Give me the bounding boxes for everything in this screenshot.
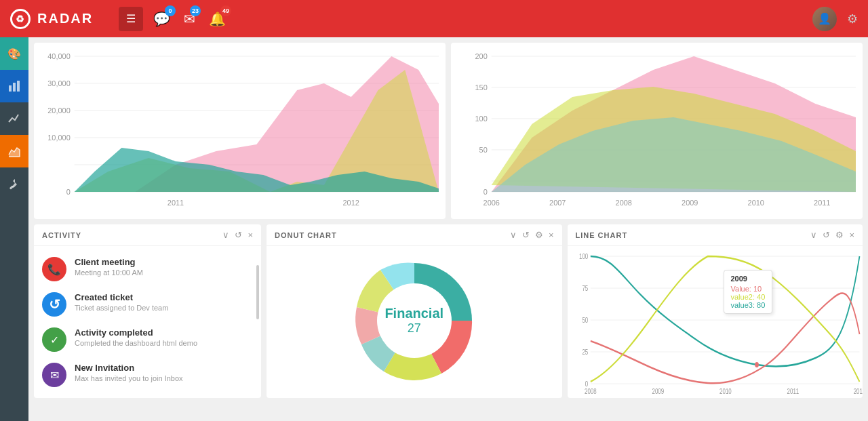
activity-item-title: Client meeting [75,257,143,267]
activity-collapse-icon[interactable]: ∨ [222,230,229,240]
tooltip-value2: value2: 40 [731,293,766,301]
logo: ♻ RADAR [10,9,119,29]
svg-text:2011: 2011 [167,199,184,207]
tooltip-value1: Value: 10 [731,285,766,293]
activity-widget-header: ACTIVITY ∨ ↺ × [34,224,261,246]
header: ♻ RADAR ☰ 💬 0 ✉ 23 🔔 49 👤 ⚙ [0,0,868,37]
activity-text: Created ticket Ticket assigned to Dev te… [75,292,168,312]
svg-text:0: 0 [484,188,488,196]
email-icon-button[interactable]: ✉ 23 [184,11,195,27]
chat-badge: 0 [165,5,176,16]
svg-rect-0 [9,85,12,92]
line-chart-collapse-icon[interactable]: ∨ [810,230,817,240]
list-item: ↺ Created ticket Ticket assigned to Dev … [34,287,261,322]
svg-text:2006: 2006 [484,199,500,207]
donut-controls: ∨ ↺ ⚙ × [510,230,554,240]
svg-text:2011: 2011 [787,387,799,396]
donut-center-label: Financial [384,306,443,321]
activity-list: 📞 Client meeting Meeting at 10:00 AM ↺ C… [34,246,261,398]
main-content: 40,000 30,000 20,000 10,000 0 2011 2012 [28,37,868,421]
activity-close-icon[interactable]: × [248,230,253,240]
donut-collapse-icon[interactable]: ∨ [510,230,517,240]
sidebar-item-tools[interactable] [0,167,28,200]
svg-text:150: 150 [475,83,488,92]
area-chart-right: 200 150 100 50 0 2006 2007 2008 2009 201… [451,43,863,219]
svg-text:2010: 2010 [748,199,764,207]
area-chart-left: 40,000 30,000 20,000 10,000 0 2011 2012 [34,43,446,219]
scrollbar[interactable] [256,265,259,319]
chat-icon-button[interactable]: 💬 0 [153,11,170,27]
settings-icon[interactable]: ⚙ [847,12,858,26]
svg-text:30,000: 30,000 [47,79,70,87]
line-chart-close-icon[interactable]: × [849,230,854,240]
list-item: 📞 Client meeting Meeting at 10:00 AM [34,252,261,287]
activity-icon-check: ✓ [42,327,66,352]
line-chart-svg-container: 100 75 50 25 0 2008 2009 20 [568,246,863,395]
line-chart-controls: ∨ ↺ ⚙ × [810,230,854,240]
sidebar-item-palette[interactable]: 🎨 [0,37,28,70]
donut-widget-header: DONUT CHART ∨ ↺ ⚙ × [267,224,562,246]
email-badge: 23 [190,5,201,16]
svg-text:2009: 2009 [682,199,698,207]
line-chart-header: LINE CHART ∨ ↺ ⚙ × [568,224,863,246]
donut-settings-icon[interactable]: ⚙ [535,230,543,240]
line-chart-settings-icon[interactable]: ⚙ [835,230,844,240]
menu-button[interactable]: ☰ [119,7,143,31]
line-chart-tooltip: 2009 Value: 10 value2: 40 value3: 80 [724,270,773,314]
bottom-widgets-row: ACTIVITY ∨ ↺ × 📞 Client meeting Meeting … [34,224,863,398]
avatar[interactable]: 👤 [812,7,837,31]
svg-text:200: 200 [475,52,488,60]
activity-item-title: New Invitation [75,363,183,373]
sidebar: 🎨 [0,37,28,421]
donut-center-value: 27 [384,321,443,336]
donut-chart-widget: DONUT CHART ∨ ↺ ⚙ × [267,224,562,398]
activity-title: ACTIVITY [42,231,81,239]
svg-text:50: 50 [479,146,488,154]
bell-badge: 49 [220,5,231,16]
tooltip-year: 2009 [731,275,766,283]
activity-icon-ticket: ↺ [42,292,66,317]
activity-text: New Invitation Max has invited you to jo… [75,363,183,382]
svg-text:20,000: 20,000 [47,106,70,115]
line-chart-refresh-icon[interactable]: ↺ [823,230,830,240]
activity-icon-phone: 📞 [42,257,66,281]
activity-widget: ACTIVITY ∨ ↺ × 📞 Client meeting Meeting … [34,224,261,398]
line-chart-title: LINE CHART [576,231,628,239]
svg-rect-1 [13,83,16,92]
svg-text:2008: 2008 [616,199,632,207]
logo-icon: ♻ [10,9,31,29]
donut-title: DONUT CHART [275,231,337,239]
donut-refresh-icon[interactable]: ↺ [522,230,530,240]
header-icons: 💬 0 ✉ 23 🔔 49 [153,11,812,27]
header-right: 👤 ⚙ [812,7,858,31]
sidebar-item-areachart[interactable] [0,135,28,167]
sidebar-item-linechart[interactable] [0,102,28,135]
svg-text:2008: 2008 [585,387,597,396]
svg-text:2012: 2012 [853,387,863,396]
activity-item-subtitle: Max has invited you to join Inbox [75,374,183,382]
donut-close-icon[interactable]: × [549,230,554,240]
svg-text:10,000: 10,000 [47,134,70,142]
list-item: ✓ Activity completed Completed the dashb… [34,322,261,357]
svg-text:100: 100 [475,115,488,123]
svg-text:0: 0 [66,188,71,196]
svg-text:50: 50 [582,316,588,325]
logo-text: RADAR [37,11,93,26]
activity-item-subtitle: Ticket assigned to Dev team [75,304,168,312]
tooltip-value3: value3: 80 [731,301,766,309]
svg-text:25: 25 [582,348,588,357]
bell-icon-button[interactable]: 🔔 49 [209,11,226,27]
line-chart-widget: LINE CHART ∨ ↺ ⚙ × 100 [568,224,863,398]
svg-text:2010: 2010 [719,387,732,396]
svg-text:2007: 2007 [549,199,566,207]
activity-icon-mail: ✉ [42,363,66,387]
svg-text:2012: 2012 [342,199,359,207]
activity-refresh-icon[interactable]: ↺ [235,230,242,240]
sidebar-item-barchart[interactable] [0,70,28,102]
activity-controls: ∨ ↺ × [222,230,253,240]
avatar-image: 👤 [812,7,837,31]
activity-text: Activity completed Completed the dashboa… [75,327,197,347]
svg-text:75: 75 [582,284,588,293]
svg-text:2011: 2011 [814,199,830,207]
top-charts-row: 40,000 30,000 20,000 10,000 0 2011 2012 [34,43,863,219]
